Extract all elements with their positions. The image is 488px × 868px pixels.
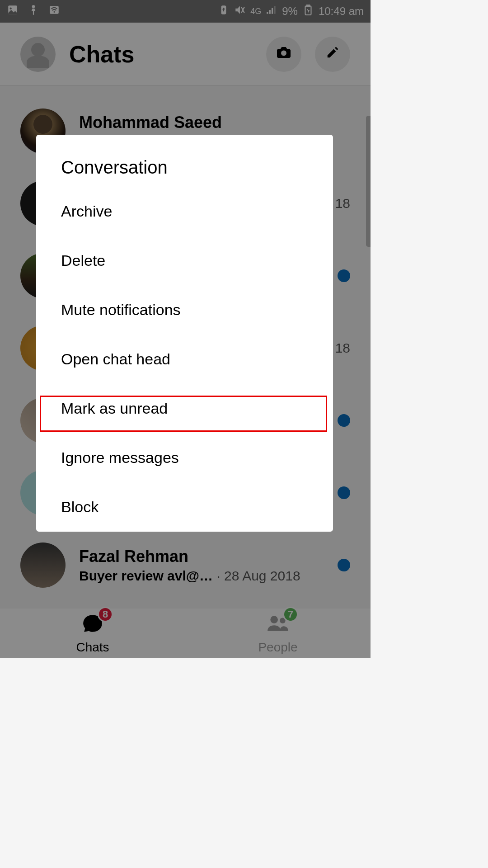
menu-archive[interactable]: Archive	[36, 187, 333, 236]
menu-block[interactable]: Block	[36, 482, 333, 532]
menu-ignore-messages[interactable]: Ignore messages	[36, 433, 333, 482]
menu-delete[interactable]: Delete	[36, 236, 333, 285]
conversation-menu: Conversation Archive Delete Mute notific…	[36, 135, 333, 532]
menu-open-chat-head[interactable]: Open chat head	[36, 335, 333, 384]
menu-mark-as-unread[interactable]: Mark as unread	[36, 384, 333, 433]
menu-mute-notifications[interactable]: Mute notifications	[36, 285, 333, 335]
modal-title: Conversation	[36, 135, 333, 187]
